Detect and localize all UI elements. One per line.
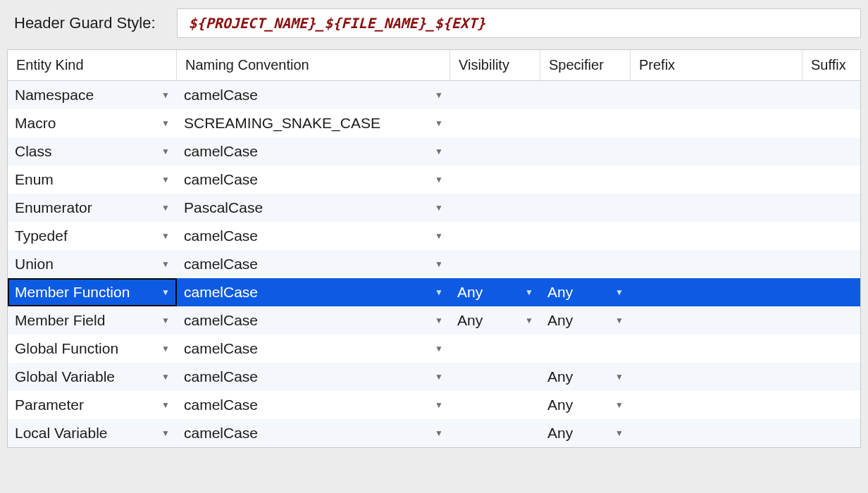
chevron-down-icon[interactable]: ▼ xyxy=(159,231,177,241)
suffix-cell[interactable] xyxy=(802,278,860,306)
suffix-cell[interactable] xyxy=(802,222,860,250)
chevron-down-icon[interactable]: ▼ xyxy=(432,400,450,410)
entity-kind-cell[interactable]: Global Function▼ xyxy=(8,335,177,363)
chevron-down-icon[interactable]: ▼ xyxy=(432,175,450,185)
entity-kind-cell[interactable]: Typedef▼ xyxy=(8,222,177,250)
chevron-down-icon[interactable]: ▼ xyxy=(612,400,631,410)
chevron-down-icon[interactable]: ▼ xyxy=(612,372,631,382)
col-header-suffix[interactable]: Suffix xyxy=(802,50,860,80)
prefix-cell[interactable] xyxy=(631,194,802,222)
prefix-cell[interactable] xyxy=(631,222,802,250)
chevron-down-icon[interactable]: ▼ xyxy=(432,287,450,297)
entity-kind-cell[interactable]: Enumerator▼ xyxy=(8,194,177,222)
prefix-cell[interactable] xyxy=(631,137,802,166)
col-header-convention[interactable]: Naming Convention xyxy=(177,50,450,80)
naming-convention-cell[interactable]: camelCase▼ xyxy=(177,278,450,306)
suffix-cell[interactable] xyxy=(802,166,860,194)
entity-kind-cell[interactable]: Global Variable▼ xyxy=(8,363,177,391)
table-row[interactable]: Class▼camelCase▼ xyxy=(8,137,860,166)
chevron-down-icon[interactable]: ▼ xyxy=(432,259,450,269)
naming-convention-cell[interactable]: camelCase▼ xyxy=(177,335,450,363)
specifier-cell[interactable]: Any▼ xyxy=(540,278,631,306)
chevron-down-icon[interactable]: ▼ xyxy=(432,428,450,438)
naming-convention-cell[interactable]: camelCase▼ xyxy=(177,137,450,166)
suffix-cell[interactable] xyxy=(802,306,860,335)
entity-kind-cell[interactable]: Union▼ xyxy=(8,250,177,278)
naming-convention-cell[interactable]: camelCase▼ xyxy=(177,306,450,335)
entity-kind-cell[interactable]: Member Field▼ xyxy=(8,306,177,335)
col-header-specifier[interactable]: Specifier xyxy=(540,50,631,80)
prefix-cell[interactable] xyxy=(631,250,802,278)
prefix-cell[interactable] xyxy=(631,363,802,391)
table-row[interactable]: Typedef▼camelCase▼ xyxy=(8,222,860,250)
chevron-down-icon[interactable]: ▼ xyxy=(432,146,450,156)
specifier-cell[interactable]: Any▼ xyxy=(540,363,631,391)
suffix-cell[interactable] xyxy=(802,137,860,166)
naming-convention-cell[interactable]: camelCase▼ xyxy=(177,391,450,419)
naming-convention-cell[interactable]: PascalCase▼ xyxy=(177,194,450,222)
col-header-prefix[interactable]: Prefix xyxy=(631,50,802,80)
table-row[interactable]: Union▼camelCase▼ xyxy=(8,250,860,278)
table-row[interactable]: Namespace▼camelCase▼ xyxy=(8,81,860,109)
prefix-cell[interactable] xyxy=(631,166,802,194)
prefix-cell[interactable] xyxy=(631,109,802,137)
table-row[interactable]: Parameter▼camelCase▼Any▼ xyxy=(8,391,860,419)
chevron-down-icon[interactable]: ▼ xyxy=(159,175,177,185)
suffix-cell[interactable] xyxy=(802,81,860,109)
visibility-cell[interactable]: Any▼ xyxy=(450,306,540,335)
entity-kind-cell[interactable]: Namespace▼ xyxy=(8,81,177,109)
table-row[interactable]: Member Field▼camelCase▼Any▼Any▼ xyxy=(8,306,860,335)
naming-convention-cell[interactable]: SCREAMING_SNAKE_CASE▼ xyxy=(177,109,450,137)
chevron-down-icon[interactable]: ▼ xyxy=(432,90,450,100)
entity-kind-cell[interactable]: Macro▼ xyxy=(8,109,177,137)
chevron-down-icon[interactable]: ▼ xyxy=(159,118,177,128)
entity-kind-cell[interactable]: Member Function▼ xyxy=(8,278,177,306)
col-header-visibility[interactable]: Visibility xyxy=(450,50,540,80)
chevron-down-icon[interactable]: ▼ xyxy=(159,90,177,100)
entity-kind-cell[interactable]: Local Variable▼ xyxy=(8,419,177,447)
naming-convention-cell[interactable]: camelCase▼ xyxy=(177,81,450,109)
chevron-down-icon[interactable]: ▼ xyxy=(159,400,177,410)
table-row[interactable]: Enum▼camelCase▼ xyxy=(8,166,860,194)
chevron-down-icon[interactable]: ▼ xyxy=(612,287,631,297)
naming-convention-cell[interactable]: camelCase▼ xyxy=(177,166,450,194)
prefix-cell[interactable] xyxy=(631,335,802,363)
chevron-down-icon[interactable]: ▼ xyxy=(159,372,177,382)
suffix-cell[interactable] xyxy=(802,109,860,137)
entity-kind-cell[interactable]: Class▼ xyxy=(8,137,177,166)
chevron-down-icon[interactable]: ▼ xyxy=(159,146,177,156)
visibility-cell[interactable]: Any▼ xyxy=(450,278,540,306)
col-header-entity[interactable]: Entity Kind xyxy=(8,50,177,80)
chevron-down-icon[interactable]: ▼ xyxy=(432,231,450,241)
prefix-cell[interactable] xyxy=(631,419,802,447)
entity-kind-cell[interactable]: Enum▼ xyxy=(8,166,177,194)
table-row[interactable]: Macro▼SCREAMING_SNAKE_CASE▼ xyxy=(8,109,860,137)
chevron-down-icon[interactable]: ▼ xyxy=(522,316,540,325)
specifier-cell[interactable]: Any▼ xyxy=(540,391,631,419)
table-row[interactable]: Local Variable▼camelCase▼Any▼ xyxy=(8,419,860,447)
entity-kind-cell[interactable]: Parameter▼ xyxy=(8,391,177,419)
table-row[interactable]: Global Function▼camelCase▼ xyxy=(8,335,860,363)
suffix-cell[interactable] xyxy=(802,363,860,391)
prefix-cell[interactable] xyxy=(631,278,802,306)
chevron-down-icon[interactable]: ▼ xyxy=(432,372,450,382)
naming-convention-cell[interactable]: camelCase▼ xyxy=(177,419,450,447)
prefix-cell[interactable] xyxy=(631,81,802,109)
chevron-down-icon[interactable]: ▼ xyxy=(432,344,450,354)
naming-convention-cell[interactable]: camelCase▼ xyxy=(177,222,450,250)
table-row[interactable]: Member Function▼camelCase▼Any▼Any▼ xyxy=(8,278,860,306)
chevron-down-icon[interactable]: ▼ xyxy=(432,118,450,128)
header-guard-input[interactable] xyxy=(177,8,861,38)
naming-convention-cell[interactable]: camelCase▼ xyxy=(177,250,450,278)
chevron-down-icon[interactable]: ▼ xyxy=(522,287,540,297)
suffix-cell[interactable] xyxy=(802,250,860,278)
suffix-cell[interactable] xyxy=(802,335,860,363)
specifier-cell[interactable]: Any▼ xyxy=(540,419,631,447)
chevron-down-icon[interactable]: ▼ xyxy=(432,203,450,213)
chevron-down-icon[interactable]: ▼ xyxy=(159,428,177,438)
chevron-down-icon[interactable]: ▼ xyxy=(612,428,631,438)
chevron-down-icon[interactable]: ▼ xyxy=(159,344,177,354)
table-row[interactable]: Enumerator▼PascalCase▼ xyxy=(8,194,860,222)
suffix-cell[interactable] xyxy=(802,419,860,447)
chevron-down-icon[interactable]: ▼ xyxy=(612,316,631,325)
